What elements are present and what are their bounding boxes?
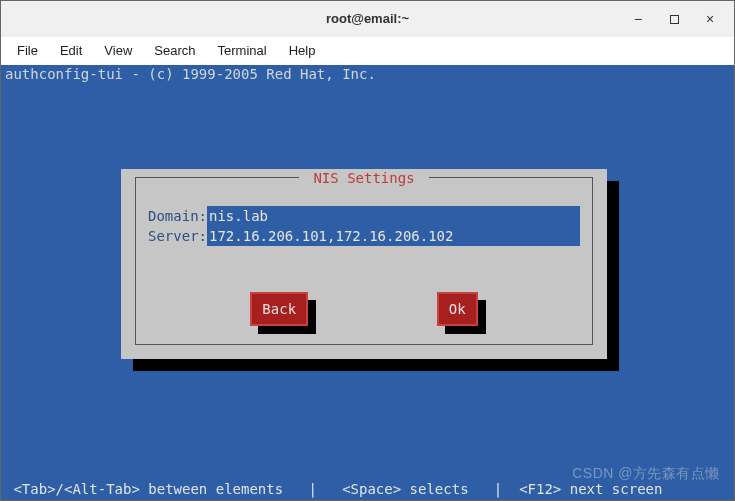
server-input[interactable]: 172.16.206.101,172.16.206.102: [207, 226, 580, 246]
app-header-line: authconfig-tui - (c) 1999-2005 Red Hat, …: [5, 65, 376, 83]
server-row: Server: 172.16.206.101,172.16.206.102: [148, 226, 580, 246]
nis-settings-dialog: NIS Settings Domain: nis.lab Server: 172…: [121, 169, 607, 359]
menubar: File Edit View Search Terminal Help: [1, 37, 734, 65]
back-button-wrap: Back: [250, 292, 308, 326]
minimize-button[interactable]: −: [620, 1, 656, 37]
maximize-button[interactable]: [656, 1, 692, 37]
menu-file[interactable]: File: [7, 39, 48, 62]
dialog-form: Domain: nis.lab Server: 172.16.206.101,1…: [148, 206, 580, 246]
domain-label: Domain:: [148, 206, 207, 226]
footer-hint-line: <Tab>/<Alt-Tab> between elements | <Spac…: [5, 480, 730, 498]
window-titlebar: root@email:~ − ×: [1, 1, 734, 37]
ok-button[interactable]: Ok: [437, 292, 478, 326]
menu-help[interactable]: Help: [279, 39, 326, 62]
ok-button-wrap: Ok: [437, 292, 478, 326]
menu-search[interactable]: Search: [144, 39, 205, 62]
dialog-buttons: Back Ok: [136, 292, 592, 326]
domain-input[interactable]: nis.lab: [207, 206, 580, 226]
menu-edit[interactable]: Edit: [50, 39, 92, 62]
menu-terminal[interactable]: Terminal: [208, 39, 277, 62]
maximize-icon: [670, 15, 679, 24]
close-icon: ×: [706, 11, 714, 27]
window-controls: − ×: [620, 1, 728, 37]
menu-view[interactable]: View: [94, 39, 142, 62]
dialog-title: NIS Settings: [299, 169, 429, 187]
window-title: root@email:~: [326, 11, 409, 26]
back-button[interactable]: Back: [250, 292, 308, 326]
terminal-area[interactable]: authconfig-tui - (c) 1999-2005 Red Hat, …: [1, 65, 734, 501]
domain-row: Domain: nis.lab: [148, 206, 580, 226]
minimize-icon: −: [634, 11, 642, 27]
watermark: CSDN @方先森有点懒: [572, 464, 720, 482]
server-label: Server:: [148, 226, 207, 246]
close-button[interactable]: ×: [692, 1, 728, 37]
dialog-border: NIS Settings Domain: nis.lab Server: 172…: [135, 177, 593, 345]
